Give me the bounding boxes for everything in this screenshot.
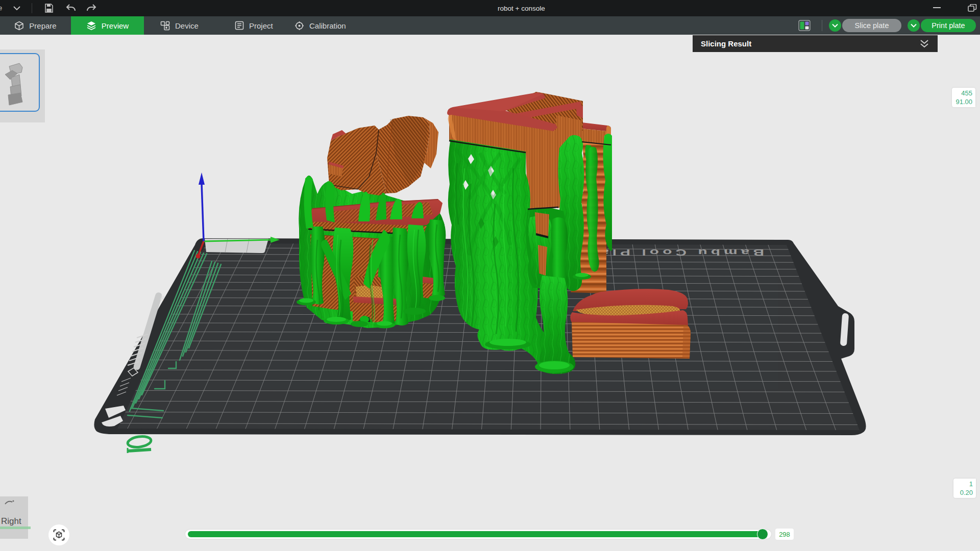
svg-text:Bambu Cool Plat: Bambu Cool Plat bbox=[588, 247, 764, 257]
